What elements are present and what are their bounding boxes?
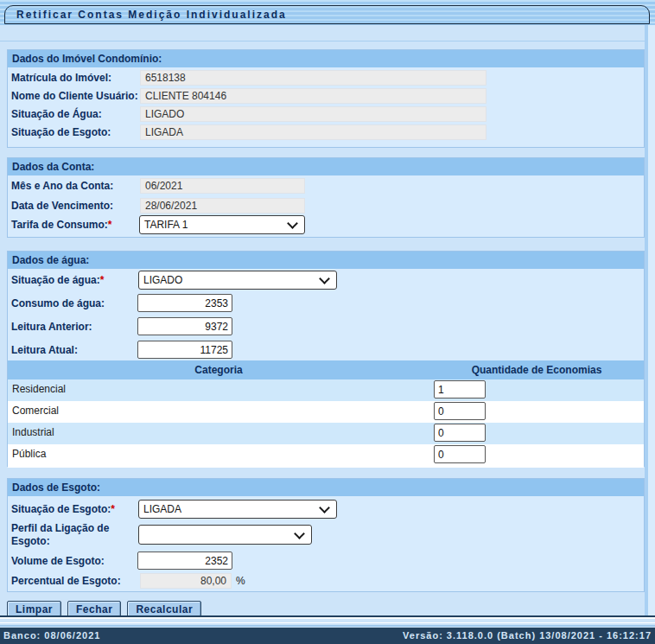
input-quantidade-publica[interactable] <box>434 445 486 463</box>
field-data-vencimento: 28/06/2021 <box>140 198 305 214</box>
field-mes-ano-conta: 06/2021 <box>140 178 305 194</box>
frame-right-outside <box>648 25 655 615</box>
frame-bottom-highlight <box>0 617 655 619</box>
table-row: Residencial <box>8 379 644 403</box>
label-consumo-agua: Consumo de água: <box>11 295 105 312</box>
label-perfil-ligacao-esgoto: Perfil da Ligação de Esgoto: <box>11 522 122 548</box>
table-row: Industrial <box>8 423 644 446</box>
input-volume-esgoto[interactable] <box>137 552 232 570</box>
status-bar: Banco: 08/06/2021 Versão: 3.118.0.0 (Bat… <box>0 628 655 644</box>
input-leitura-atual[interactable] <box>137 341 232 359</box>
column-header-categoria: Categoria <box>8 360 429 379</box>
label-situacao-agua: Situação de água:* <box>11 271 104 289</box>
input-quantidade-residencial[interactable] <box>434 380 486 399</box>
percentual-suffix: % <box>236 572 245 590</box>
categoria-label: Pública <box>12 444 46 464</box>
field-nome-cliente: CLIENTE 804146 <box>140 88 486 104</box>
field-matricula-imovel: 6518138 <box>140 70 486 86</box>
label-nome-cliente: Nome do Cliente Usuário: <box>11 87 138 105</box>
field-percentual-esgoto: 80,00 <box>140 573 232 589</box>
table-header-economias: Categoria Quantidade de Economias <box>8 360 644 379</box>
table-row: Comercial <box>8 401 644 424</box>
status-version: Versão: 3.118.0.0 (Batch) 13/08/2021 - 1… <box>403 628 655 644</box>
label-mes-ano-conta: Mês e Ano da Conta: <box>11 177 113 194</box>
label-data-vencimento: Data de Vencimento: <box>11 197 113 214</box>
section-header-agua: Dados de água: <box>8 252 644 269</box>
pre-footer-line <box>0 622 655 623</box>
chevron-down-icon <box>319 502 330 513</box>
label-matricula-imovel: Matrícula do Imóvel: <box>11 69 111 86</box>
label-tarifa-consumo: Tarifa de Consumo:* <box>11 216 111 233</box>
select-tarifa-consumo[interactable]: TARIFA 1 <box>139 215 305 234</box>
column-header-quantidade-economias: Quantidade de Economias <box>429 360 644 379</box>
required-asterisk: * <box>100 274 105 286</box>
label-percentual-esgoto: Percentual de Esgoto: <box>11 572 121 590</box>
select-perfil-ligacao-esgoto[interactable] <box>138 525 312 545</box>
label-situacao-esgoto-imovel: Situação de Esgoto: <box>11 124 111 141</box>
select-situacao-agua[interactable]: LIGADO <box>138 271 337 290</box>
table-row: Pública <box>8 444 644 468</box>
input-leitura-anterior[interactable] <box>137 317 232 335</box>
field-situacao-esgoto-imovel: LIGADA <box>140 124 486 140</box>
page-title: Retificar Contas Medição Individualizada <box>4 5 650 24</box>
categoria-label: Industrial <box>12 423 54 443</box>
categoria-label: Comercial <box>12 401 59 421</box>
label-leitura-anterior: Leitura Anterior: <box>11 318 92 335</box>
header-separator <box>0 41 650 41</box>
select-tarifa-value: TARIFA 1 <box>144 216 188 233</box>
label-situacao-esgoto: Situação de Esgoto:* <box>11 501 115 518</box>
select-situacao-esgoto[interactable]: LIGADA <box>138 500 337 519</box>
section-header-esgoto: Dados de Esgoto: <box>8 479 644 496</box>
field-situacao-agua-imovel: LIGADO <box>140 106 486 122</box>
select-situacao-agua-value: LIGADO <box>143 271 182 289</box>
required-asterisk: * <box>111 503 115 515</box>
chevron-down-icon <box>294 528 305 539</box>
required-asterisk: * <box>108 219 112 231</box>
pre-footer-line <box>0 625 655 627</box>
label-situacao-agua-imovel: Situação de Água: <box>11 105 102 123</box>
section-header-imovel: Dados do Imóvel Condomínio: <box>8 50 644 67</box>
select-situacao-esgoto-value: LIGADA <box>143 501 181 518</box>
label-volume-esgoto: Volume de Esgoto: <box>11 552 105 570</box>
input-consumo-agua[interactable] <box>137 294 232 312</box>
categoria-label: Residencial <box>12 379 66 399</box>
chevron-down-icon <box>287 218 298 229</box>
input-quantidade-comercial[interactable] <box>434 402 486 420</box>
section-header-conta: Dados da Conta: <box>8 158 644 175</box>
label-leitura-atual: Leitura Atual: <box>11 341 78 359</box>
chevron-down-icon <box>319 273 330 284</box>
input-quantidade-industrial[interactable] <box>434 424 486 442</box>
status-banco-date: Banco: 08/06/2021 <box>0 628 100 644</box>
